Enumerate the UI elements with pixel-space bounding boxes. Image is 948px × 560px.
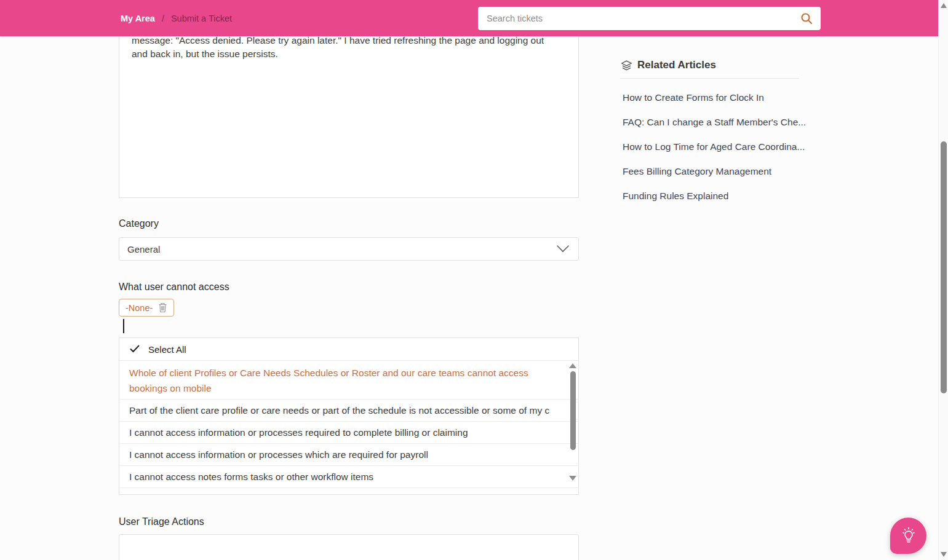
related-article-link-3[interactable]: How to Log Time for Aged Care Coordina..… <box>623 141 807 152</box>
breadcrumb-my-area[interactable]: My Area <box>121 14 155 23</box>
text-caret <box>123 319 124 333</box>
triage-field-wrap <box>119 534 579 560</box>
access-field-label: What user cannot access <box>119 282 229 293</box>
dropdown-scrollbar-thumb[interactable] <box>570 371 576 450</box>
related-articles-title: Related Articles <box>637 59 716 71</box>
related-article-link-5[interactable]: Funding Rules Explained <box>623 191 807 202</box>
access-option-1[interactable]: Whole of client Profiles or Care Needs S… <box>119 361 578 400</box>
related-article-link-1[interactable]: How to Create Forms for Clock In <box>623 92 807 103</box>
select-all-option[interactable]: Select All <box>119 338 578 361</box>
search-icon <box>800 12 813 27</box>
lightbulb-icon <box>898 524 919 547</box>
search-box <box>478 7 821 30</box>
search-input[interactable] <box>478 7 821 30</box>
help-fab-button[interactable] <box>890 518 926 554</box>
access-options-dropdown: Select All Whole of client Profiles or C… <box>119 337 579 495</box>
access-option-4[interactable]: I cannot access information or processes… <box>119 444 578 466</box>
category-label: Category <box>119 218 159 229</box>
scroll-up-icon[interactable] <box>941 3 947 8</box>
layers-icon <box>620 59 633 74</box>
trash-icon[interactable] <box>158 302 167 313</box>
breadcrumb: My Area / Submit a Ticket <box>121 0 232 36</box>
related-article-link-2[interactable]: FAQ: Can I change a Staff Member's Che..… <box>623 117 807 128</box>
category-select[interactable]: General <box>119 237 579 261</box>
access-option-2[interactable]: Part of the client care profile or care … <box>119 400 578 422</box>
dropdown-scroll-down-icon[interactable] <box>569 476 576 481</box>
header-bar: My Area / Submit a Ticket <box>0 0 938 36</box>
sidebar-divider <box>620 78 799 79</box>
breadcrumb-separator: / <box>162 14 164 23</box>
page-scrollbar-thumb[interactable] <box>941 141 947 393</box>
page-scrollbar <box>938 0 948 560</box>
chip-label: -None- <box>125 303 153 313</box>
scroll-down-icon[interactable] <box>941 552 947 557</box>
chevron-down-icon <box>556 245 570 253</box>
dropdown-scroll-up-icon[interactable] <box>569 363 576 368</box>
breadcrumb-current-page: Submit a Ticket <box>171 14 232 23</box>
ticket-description-text: message: "Access denied. Please try agai… <box>132 34 562 60</box>
access-option-3[interactable]: I cannot access information or processes… <box>119 422 578 444</box>
search-button[interactable] <box>799 11 815 27</box>
select-all-label: Select All <box>148 344 186 355</box>
page: message: "Access denied. Please try agai… <box>0 0 948 560</box>
related-article-link-4[interactable]: Fees Billing Category Management <box>623 166 807 177</box>
check-icon <box>130 344 140 355</box>
triage-input[interactable] <box>119 535 578 560</box>
selected-value-chip[interactable]: -None- <box>119 299 174 317</box>
access-option-5[interactable]: I cannot access notes forms tasks or oth… <box>119 466 578 488</box>
triage-label: User Triage Actions <box>119 516 204 527</box>
category-selected-value: General <box>119 244 556 254</box>
